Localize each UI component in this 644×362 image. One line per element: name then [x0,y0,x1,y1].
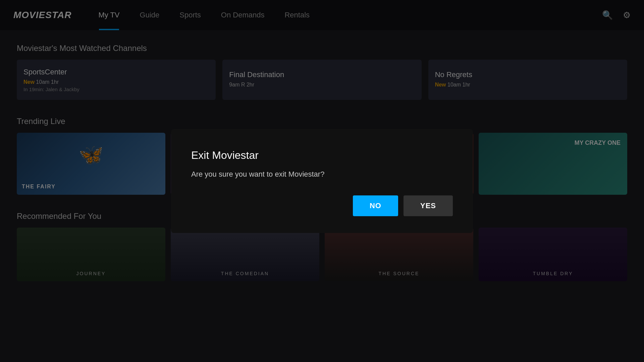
modal-buttons: NO YES [191,195,453,216]
modal-title: Exit Moviestar [191,149,453,162]
yes-button[interactable]: YES [404,195,453,216]
exit-dialog: Exit Moviestar Are you sure you want to … [171,129,473,233]
modal-message: Are you sure you want to exit Moviestar? [191,170,453,179]
modal-overlay: Exit Moviestar Are you sure you want to … [0,0,644,362]
no-button[interactable]: NO [353,195,398,216]
